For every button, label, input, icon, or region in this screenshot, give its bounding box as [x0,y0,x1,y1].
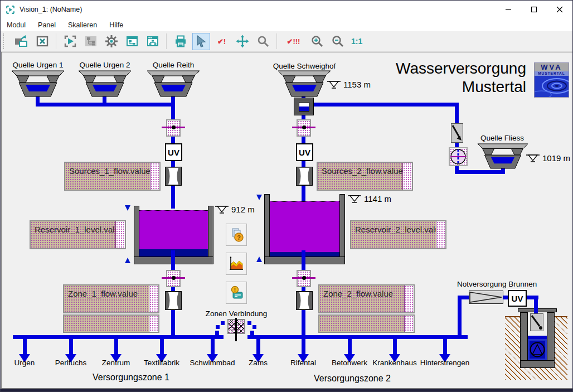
open-module-button[interactable] [13,33,31,50]
consumer-arrow [160,339,164,355]
consumer-label: Rifental [290,359,316,367]
menubar: Modul Panel Skalieren Hilfe [1,18,572,31]
valve-sources2 [296,167,313,186]
hierarchy-button[interactable] [82,33,100,50]
svg-text:?: ? [237,234,241,241]
zoom-in-button[interactable] [308,33,326,50]
print-button[interactable] [172,33,190,50]
help-button[interactable]: ? [226,224,247,246]
panel-canvas: Quelle Urgen 1 Quelle Urgen 2 Quelle Rei… [1,52,573,389]
trend-chart-button[interactable] [226,253,247,275]
settings-gear-button[interactable] [103,33,120,50]
pump-symbol [449,147,468,166]
toolbar-separator [276,33,277,49]
flow-meter-sources2 [297,119,311,137]
start-module-button[interactable] [61,33,79,50]
flow-meter-sources1 [166,119,181,137]
level-min-marker [125,258,130,263]
pipe [250,331,254,335]
field-zone2-extra [318,314,415,333]
search-button[interactable] [254,33,272,50]
select-pointer-button[interactable] [192,33,210,50]
consumer-label: Perlfuchs [55,359,86,367]
level-max-marker [125,205,130,211]
menu-hilfe[interactable]: Hilfe [109,21,123,29]
close-button[interactable] [547,1,572,18]
minimize-button[interactable] [496,1,521,18]
menu-modul[interactable]: Modul [7,21,26,29]
consumer-label: Zentrum [102,359,130,367]
consumer-arrow [443,339,447,355]
dashed-pipe-dot [252,325,256,329]
consumer-label: Textilfabrik [144,359,179,367]
consumer-label: Schwimmbad [190,359,235,367]
consumer-arrow [114,339,118,355]
pipe [36,103,175,107]
maximize-button[interactable] [521,1,547,18]
field-reservoir2-level: Reservoir_2_level.value [350,220,446,249]
panel-topology-button[interactable] [144,33,162,50]
slide-valve [451,123,463,143]
source-label-urgen1: Quelle Urgen 1 [13,61,64,69]
consumer-arrow [211,339,215,355]
pipe [305,103,459,107]
close-module-button[interactable] [33,33,51,50]
field-zone2-flow: Zone_2_flow.value [318,284,415,313]
move-button[interactable] [234,33,251,50]
zone2-name: Versorgungszone 2 [314,374,391,384]
uv-treatment-1: UV [165,143,182,161]
emergency-label: Notversorgung Brunnen [457,280,537,288]
elevation-schweighof: 1153 m [343,80,371,89]
toolbar-separator [166,33,167,49]
toolbar-separator [56,33,56,49]
source-label-fliess: Quelle Fliess [480,134,524,142]
field-sources1-flow: Sources_1_flow.value [64,162,161,191]
plant-title-line2: Mustertal [396,78,526,96]
dashed-pipe-dot [216,325,220,329]
toolbar-grip[interactable] [3,33,8,49]
scale-1-1-button[interactable]: 1:1 [351,37,362,46]
emergency-pipe [534,296,538,314]
app-icon [6,5,15,14]
well-check-valve [530,313,543,331]
check-warning-button[interactable]: ✔! [213,33,231,50]
valve-zone2 [296,291,313,310]
water-level-symbol [327,80,341,89]
consumer-arrow [348,339,352,355]
logo-ripple-image [535,76,569,98]
water-level-symbol [215,205,229,214]
pipe [215,331,219,335]
water-level-symbol [347,195,362,203]
zoom-out-button[interactable] [329,33,347,50]
source-label-schweighof: Quelle Schweighof [273,62,336,70]
check-alert-button[interactable]: ✔!!! [282,33,305,50]
consumer-arrow [393,339,397,355]
window-bottom-edge [1,389,572,392]
consumer-label: Hinterstrengen [420,359,470,367]
pipe [455,170,505,174]
well-pump [528,339,547,360]
source-symbol-schweighof [278,69,331,98]
zone-connection-stem [235,318,237,341]
uv-treatment-emergency: UV [508,290,527,307]
source-label-urgen2: Quelle Urgen 2 [80,61,130,69]
field-zone1-extra [63,314,159,333]
collection-chamber [294,98,314,115]
alarm-message-button[interactable]: ! [226,282,247,304]
panel-tree-button[interactable] [123,33,141,50]
source-label-reith: Quelle Reith [153,61,194,69]
consumer-label: Zams [249,359,268,367]
wva-logo: WVA MUSTERTAL [534,62,569,98]
zone2-main-pipe [247,335,468,339]
consumer-arrow [302,339,305,355]
consumer-label: Betonwerk [332,359,367,367]
logo-text-wva: WVA [535,63,569,71]
menu-skalieren[interactable]: Skalieren [68,21,97,29]
zone1-name: Versorgungszone 1 [93,372,169,383]
flow-meter-zone1 [166,270,181,287]
consumer-label: Urgen [14,359,35,367]
dashed-pipe-dot [247,321,251,325]
zone1-main-pipe [13,335,224,339]
level-min-marker [256,257,262,262]
menu-panel[interactable]: Panel [38,21,56,29]
